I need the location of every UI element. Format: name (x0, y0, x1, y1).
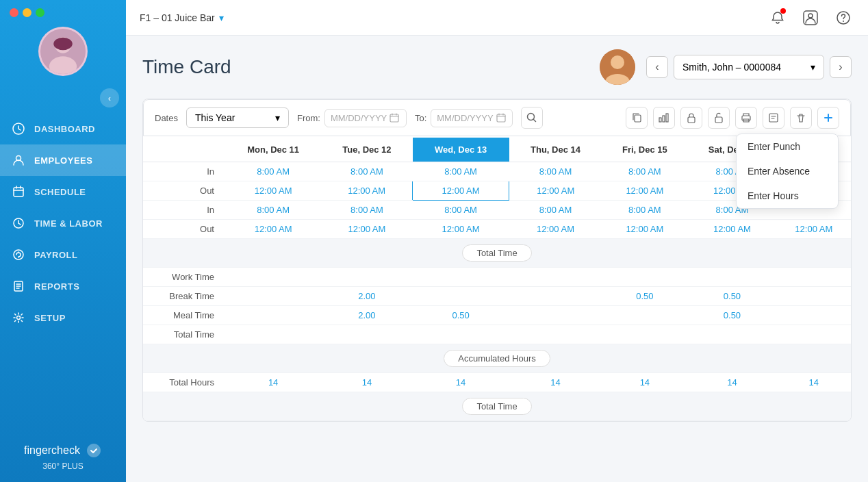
out2-fri[interactable]: 12:00 AM (602, 220, 687, 239)
in2-tue[interactable]: 8:00 AM (321, 201, 412, 220)
out2-thu[interactable]: 12:00 AM (509, 220, 602, 239)
dates-dropdown[interactable]: This Year ▾ (186, 107, 289, 128)
tt-tue (321, 325, 412, 344)
topbar-icons (767, 7, 854, 29)
bottom-total-time-label: Total Time (462, 398, 531, 415)
work-fri (602, 268, 687, 287)
window-traffic-lights (10, 8, 44, 17)
in2-mon[interactable]: 8:00 AM (225, 201, 321, 220)
profile-button[interactable] (800, 7, 821, 29)
out2-label: Out (143, 220, 225, 239)
svg-rect-24 (666, 114, 668, 122)
delete-button[interactable] (790, 107, 812, 129)
sidebar-item-time-labor[interactable]: Time & Labor (0, 207, 126, 239)
th-tue: 14 (321, 373, 412, 392)
work-extra (777, 268, 851, 287)
svg-point-3 (53, 38, 73, 50)
minimize-button[interactable] (23, 8, 31, 17)
bottom-total-time-header: Total Time (143, 392, 851, 421)
notifications-button[interactable] (767, 7, 789, 29)
svg-point-12 (808, 14, 813, 18)
out1-thu[interactable]: 12:00 AM (509, 181, 602, 201)
svg-rect-18 (390, 114, 398, 122)
tt-fri (602, 325, 687, 344)
topbar-location[interactable]: F1 – 01 Juice Bar ▾ (140, 12, 224, 23)
sidebar-collapse-button[interactable]: ‹ (100, 88, 119, 107)
sidebar-item-setup-label: Setup (34, 313, 66, 323)
out2-extra[interactable]: 12:00 AM (777, 220, 851, 239)
search-button[interactable] (521, 107, 543, 129)
in1-wed[interactable]: 8:00 AM (413, 162, 509, 181)
svg-point-16 (611, 55, 624, 69)
col-thu: Thu, Dec 14 (509, 138, 602, 162)
tt-wed (413, 325, 509, 344)
employee-select[interactable]: Smith, John – 0000084 ▾ (674, 55, 824, 79)
out1-fri[interactable]: 12:00 AM (602, 181, 687, 201)
print-button[interactable] (735, 107, 757, 129)
out1-mon[interactable]: 12:00 AM (225, 181, 321, 201)
work-mon (225, 268, 321, 287)
in1-thu[interactable]: 8:00 AM (509, 162, 602, 181)
employee-avatar (600, 49, 635, 85)
enter-hours-option[interactable]: Enter Hours (737, 183, 838, 208)
meal-thu (509, 306, 602, 325)
in2-thu[interactable]: 8:00 AM (509, 201, 602, 220)
work-sat (687, 268, 776, 287)
meal-wed: 0.50 (413, 306, 509, 325)
unlock-button[interactable] (708, 107, 730, 129)
break-thu (509, 287, 602, 306)
out2-mon[interactable]: 12:00 AM (225, 220, 321, 239)
sidebar-item-reports[interactable]: Reports (0, 270, 126, 302)
sidebar-item-dashboard[interactable]: Dashboard (0, 113, 126, 144)
sidebar-item-setup[interactable]: Setup (0, 302, 126, 333)
col-tue: Tue, Dec 12 (321, 138, 412, 162)
next-employee-button[interactable]: › (830, 56, 852, 78)
out2-tue[interactable]: 12:00 AM (321, 220, 412, 239)
page-content: Time Card ‹ Smith, John – 0000084 ▾ › (126, 36, 868, 482)
toolbar: Dates This Year ▾ From: MM/DD/YYYY (143, 99, 851, 136)
in1-tue[interactable]: 8:00 AM (321, 162, 412, 181)
sidebar-item-schedule[interactable]: Schedule (0, 176, 126, 207)
out1-wed[interactable]: 12:00 AM (413, 181, 509, 201)
from-date-input[interactable]: MM/DD/YYYY (324, 109, 407, 127)
svg-rect-21 (635, 115, 641, 122)
in1-mon[interactable]: 8:00 AM (225, 162, 321, 181)
in1-fri[interactable]: 8:00 AM (602, 162, 687, 181)
to-date-input[interactable]: MM/DD/YYYY (431, 109, 513, 127)
sidebar-item-payroll-label: Payroll (34, 250, 77, 260)
col-mon: Mon, Dec 11 (225, 138, 321, 162)
add-dropdown-menu: Enter Punch Enter Absence Enter Hours (736, 134, 839, 209)
in2-fri[interactable]: 8:00 AM (602, 201, 687, 220)
sidebar-item-payroll[interactable]: Payroll (0, 239, 126, 270)
main-content: F1 – 01 Juice Bar ▾ (126, 0, 868, 482)
in2-wed[interactable]: 8:00 AM (413, 201, 509, 220)
brand-tagline: 360° PLUS (42, 461, 84, 471)
copy-button[interactable] (626, 107, 648, 129)
sidebar-item-employees[interactable]: Employees (0, 144, 126, 176)
enter-absence-option[interactable]: Enter Absence (737, 159, 838, 183)
svg-point-14 (843, 21, 844, 22)
topbar: F1 – 01 Juice Bar ▾ (126, 0, 868, 36)
accumulated-hours-header: Accumulated Hours (143, 344, 851, 373)
maximize-button[interactable] (36, 8, 44, 17)
add-button[interactable]: Enter Punch Enter Absence Enter Hours (817, 107, 839, 129)
th-fri: 14 (602, 373, 687, 392)
enter-punch-option[interactable]: Enter Punch (737, 134, 838, 159)
out2-sat[interactable]: 12:00 AM (687, 220, 776, 239)
dates-label: Dates (155, 113, 178, 123)
help-button[interactable] (832, 7, 854, 29)
break-tue: 2.00 (321, 287, 412, 306)
reports-icon (11, 279, 26, 294)
table-row-meal-time: Meal Time 2.00 0.50 0.50 (143, 306, 851, 325)
th-sat: 14 (687, 373, 776, 392)
lock-button[interactable] (680, 107, 702, 129)
out1-tue[interactable]: 12:00 AM (321, 181, 412, 201)
export-button[interactable] (763, 107, 784, 129)
chart-button[interactable] (653, 107, 675, 129)
svg-rect-26 (715, 117, 722, 123)
close-button[interactable] (10, 8, 18, 17)
prev-employee-button[interactable]: ‹ (646, 56, 668, 78)
table-row-total-hours: Total Hours 14 14 14 14 14 14 14 (143, 373, 851, 392)
col-wed: Wed, Dec 13 (413, 138, 509, 162)
out2-wed[interactable]: 12:00 AM (413, 220, 509, 239)
